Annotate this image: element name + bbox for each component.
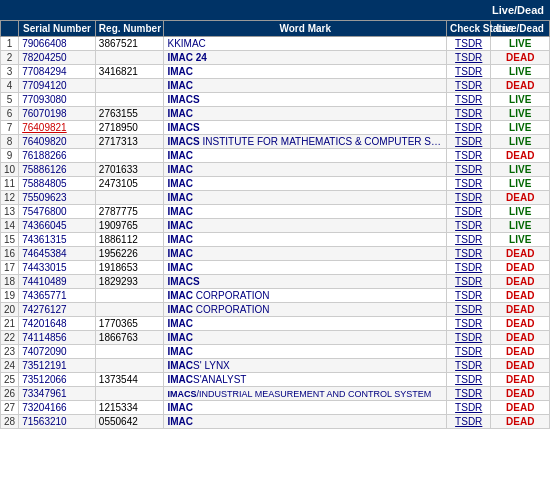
serial-number[interactable]: 71563210 [19,415,96,429]
serial-number[interactable]: 77084294 [19,65,96,79]
table-row: 8764098202717313IMACS INSTITUTE FOR MATH… [1,135,550,149]
word-mark[interactable]: IMAC [164,177,447,191]
serial-number[interactable]: 75476800 [19,205,96,219]
serial-number[interactable]: 74072090 [19,345,96,359]
reg-number: 2473105 [95,177,164,191]
serial-number[interactable]: 73347961 [19,387,96,401]
serial-number[interactable]: 73512191 [19,359,96,373]
table-row: 577093080IMACSTSDRLIVE [1,93,550,107]
check-status[interactable]: TSDR [447,149,491,163]
word-mark[interactable]: IMACS [164,121,447,135]
word-mark[interactable]: IMAC [164,261,447,275]
word-mark[interactable]: IMAC [164,345,447,359]
word-mark[interactable]: IMAC [164,317,447,331]
results-table: Serial Number Reg. Number Word Mark Chec… [0,20,550,429]
check-status[interactable]: TSDR [447,107,491,121]
serial-number[interactable]: 76409821 [19,121,96,135]
table-row: 7764098212718950IMACSTSDRLIVE [1,121,550,135]
serial-number[interactable]: 77093080 [19,93,96,107]
row-num: 25 [1,373,19,387]
word-mark[interactable]: IMACS [164,275,447,289]
word-mark[interactable]: IMAC 24 [164,51,447,65]
check-status[interactable]: TSDR [447,93,491,107]
word-mark[interactable]: IMAC [164,163,447,177]
check-status[interactable]: TSDR [447,317,491,331]
check-status[interactable]: TSDR [447,275,491,289]
table-row: 13754768002787775IMACTSDRLIVE [1,205,550,219]
reg-number: 1956226 [95,247,164,261]
live-dead-status: DEAD [491,303,550,317]
word-mark[interactable]: IMAC [164,107,447,121]
check-status[interactable]: TSDR [447,37,491,51]
table-row: 28715632100550642IMACTSDRDEAD [1,415,550,429]
check-status[interactable]: TSDR [447,415,491,429]
serial-number[interactable]: 76188266 [19,149,96,163]
check-status[interactable]: TSDR [447,121,491,135]
serial-number[interactable]: 75886126 [19,163,96,177]
check-status[interactable]: TSDR [447,303,491,317]
serial-number[interactable]: 76070198 [19,107,96,121]
check-status[interactable]: TSDR [447,247,491,261]
check-status[interactable]: TSDR [447,345,491,359]
check-status[interactable]: TSDR [447,401,491,415]
serial-number[interactable]: 74433015 [19,261,96,275]
word-mark[interactable]: IMAC CORPORATION [164,303,447,317]
word-mark[interactable]: IMAC [164,415,447,429]
check-status[interactable]: TSDR [447,65,491,79]
check-status[interactable]: TSDR [447,261,491,275]
word-mark[interactable]: IMAC [164,79,447,93]
serial-number[interactable]: 77094120 [19,79,96,93]
word-mark[interactable]: IMACS'ANALYST [164,373,447,387]
check-status[interactable]: TSDR [447,79,491,93]
check-status[interactable]: TSDR [447,205,491,219]
check-status[interactable]: TSDR [447,373,491,387]
serial-number[interactable]: 74114856 [19,331,96,345]
word-mark[interactable]: IMAC [164,191,447,205]
check-status[interactable]: TSDR [447,191,491,205]
serial-number[interactable]: 78204250 [19,51,96,65]
check-status[interactable]: TSDR [447,135,491,149]
reg-number [95,93,164,107]
serial-number[interactable]: 75509623 [19,191,96,205]
word-mark[interactable]: IMAC [164,219,447,233]
serial-number[interactable]: 73204166 [19,401,96,415]
check-status[interactable]: TSDR [447,163,491,177]
word-mark[interactable]: IMAC [164,205,447,219]
check-status[interactable]: TSDR [447,359,491,373]
check-status[interactable]: TSDR [447,51,491,65]
word-mark[interactable]: IMAC [164,149,447,163]
word-mark[interactable]: KKIMAC [164,37,447,51]
reg-number: 2717313 [95,135,164,149]
word-mark[interactable]: IMAC CORPORATION [164,289,447,303]
word-mark[interactable]: IMACS' LYNX [164,359,447,373]
check-status[interactable]: TSDR [447,387,491,401]
check-status[interactable]: TSDR [447,289,491,303]
word-mark[interactable]: IMAC [164,233,447,247]
check-status[interactable]: TSDR [447,233,491,247]
serial-number[interactable]: 76409820 [19,135,96,149]
serial-number[interactable]: 79066408 [19,37,96,51]
table-row: 477094120IMACTSDRDEAD [1,79,550,93]
word-mark[interactable]: IMAC [164,65,447,79]
word-mark[interactable]: IMAC [164,247,447,261]
serial-number[interactable]: 74201648 [19,317,96,331]
serial-number[interactable]: 74365771 [19,289,96,303]
word-mark[interactable]: IMAC [164,401,447,415]
serial-number[interactable]: 74645384 [19,247,96,261]
word-mark[interactable]: IMACS/INDUSTRIAL MEASUREMENT AND CONTROL… [164,387,447,401]
word-mark[interactable]: IMACS [164,93,447,107]
check-status[interactable]: TSDR [447,331,491,345]
serial-number[interactable]: 74276127 [19,303,96,317]
live-dead-status: LIVE [491,205,550,219]
serial-number[interactable]: 74366045 [19,219,96,233]
check-status[interactable]: TSDR [447,177,491,191]
row-num: 1 [1,37,19,51]
serial-number[interactable]: 74361315 [19,233,96,247]
serial-number[interactable]: 74410489 [19,275,96,289]
row-num: 23 [1,345,19,359]
word-mark[interactable]: IMAC [164,331,447,345]
serial-number[interactable]: 75884805 [19,177,96,191]
check-status[interactable]: TSDR [447,219,491,233]
word-mark[interactable]: IMACS INSTITUTE FOR MATHEMATICS & COMPUT… [164,135,447,149]
serial-number[interactable]: 73512066 [19,373,96,387]
